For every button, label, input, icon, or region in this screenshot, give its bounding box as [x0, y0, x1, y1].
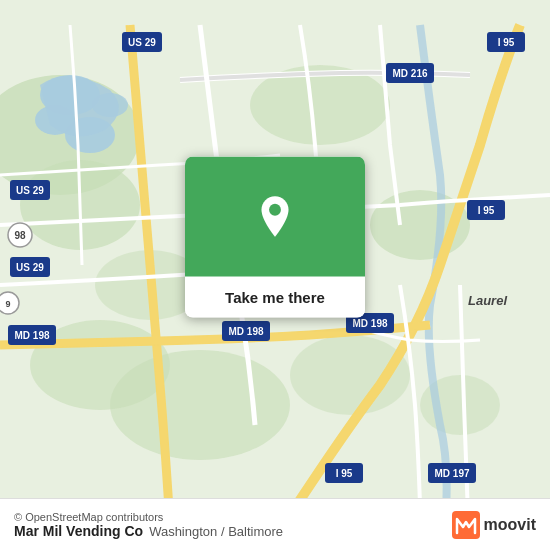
svg-text:I 95: I 95 — [478, 205, 495, 216]
location-name: Mar Mil Vending Co — [14, 523, 143, 539]
svg-text:MD 197: MD 197 — [434, 468, 469, 479]
svg-text:MD 198: MD 198 — [352, 318, 387, 329]
moovit-logo-icon — [452, 511, 480, 539]
moovit-logo: moovit — [452, 511, 536, 539]
svg-text:MD 216: MD 216 — [392, 68, 427, 79]
moovit-brand-text: moovit — [484, 516, 536, 534]
location-popup: Take me there — [185, 156, 365, 317]
svg-text:I 95: I 95 — [498, 37, 515, 48]
svg-text:US 29: US 29 — [16, 262, 44, 273]
svg-text:US 29: US 29 — [16, 185, 44, 196]
svg-text:I 95: I 95 — [336, 468, 353, 479]
location-subtitle: Washington / Baltimore — [149, 524, 283, 539]
location-pin-icon — [253, 194, 297, 238]
map-container: I 95 I 95 I 95 US 29 US 29 US 29 MD 216 … — [0, 0, 550, 550]
svg-text:US 29: US 29 — [128, 37, 156, 48]
svg-text:MD 198: MD 198 — [14, 330, 49, 341]
svg-text:98: 98 — [14, 230, 26, 241]
bottom-bar-info: © OpenStreetMap contributors Mar Mil Ven… — [14, 511, 283, 539]
bottom-bar: © OpenStreetMap contributors Mar Mil Ven… — [0, 498, 550, 550]
svg-text:9: 9 — [5, 299, 10, 309]
svg-point-41 — [269, 203, 281, 215]
copyright-text: © OpenStreetMap contributors — [14, 511, 283, 523]
take-me-there-button[interactable]: Take me there — [185, 276, 365, 317]
svg-text:Laurel: Laurel — [468, 293, 507, 308]
svg-text:MD 198: MD 198 — [228, 326, 263, 337]
popup-map-area — [185, 156, 365, 276]
